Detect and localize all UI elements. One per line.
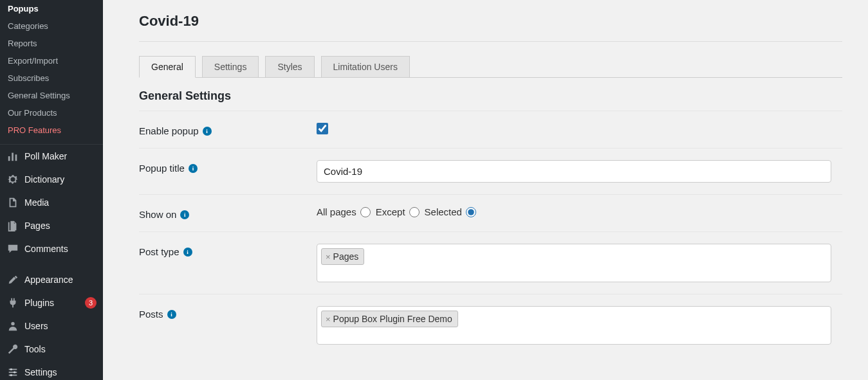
section-title: General Settings xyxy=(139,89,842,103)
info-icon[interactable]: i xyxy=(203,127,212,136)
field-control: × Pages xyxy=(317,244,842,282)
svg-rect-2 xyxy=(15,154,17,161)
field-popup-title: Popup title i xyxy=(139,149,842,194)
settings-tabs: General Settings Styles Limitation Users xyxy=(139,56,842,78)
menu-item-comments[interactable]: Comments xyxy=(0,237,103,260)
submenu-item-categories[interactable]: Categories xyxy=(0,17,103,35)
field-posts: Posts i × Popup Box Plugin Free Demo xyxy=(139,294,842,356)
field-label: Show on i xyxy=(139,206,317,220)
post-type-select[interactable]: × Pages xyxy=(317,244,831,282)
appearance-icon xyxy=(6,273,19,286)
title-divider xyxy=(139,41,842,42)
menu-item-dictionary[interactable]: Dictionary xyxy=(0,168,103,191)
submenu-label: Our Products xyxy=(8,108,57,118)
tab-settings[interactable]: Settings xyxy=(202,56,259,78)
menu-item-poll-maker[interactable]: Poll Maker xyxy=(0,145,103,168)
field-control: × Popup Box Plugin Free Demo xyxy=(317,306,842,345)
field-label: Enable popup i xyxy=(139,123,317,136)
menu-label: Settings xyxy=(24,367,97,377)
tag-remove-icon[interactable]: × xyxy=(324,252,332,262)
menu-item-settings[interactable]: Settings xyxy=(0,361,103,380)
plugins-icon xyxy=(6,296,19,309)
menu-label: Media xyxy=(24,197,97,208)
tab-styles[interactable]: Styles xyxy=(265,56,314,78)
field-label: Post type i xyxy=(139,244,317,257)
menu-item-tools[interactable]: Tools xyxy=(0,338,103,361)
field-label: Posts i xyxy=(139,306,317,320)
svg-rect-1 xyxy=(12,153,14,161)
gear-icon xyxy=(6,173,19,186)
tab-label: Limitation Users xyxy=(333,62,398,72)
menu-label: Plugins xyxy=(24,298,78,308)
poll-icon xyxy=(6,150,19,163)
menu-item-pages[interactable]: Pages xyxy=(0,214,103,237)
submenu-item-subscribes[interactable]: Subscribes xyxy=(0,69,103,87)
settings-icon xyxy=(6,366,19,379)
plugin-submenu: Popups Categories Reports Export/Import … xyxy=(0,0,103,144)
info-icon[interactable]: i xyxy=(189,164,198,173)
submenu-label: Categories xyxy=(8,21,48,31)
info-icon[interactable]: i xyxy=(183,248,192,257)
info-icon[interactable]: i xyxy=(167,310,176,319)
media-icon xyxy=(6,196,19,209)
tag-label: Popup Box Plugin Free Demo xyxy=(333,314,452,324)
field-control xyxy=(317,123,842,134)
radio-except[interactable] xyxy=(409,207,420,217)
submenu-item-our-products[interactable]: Our Products xyxy=(0,104,103,122)
menu-item-users[interactable]: Users xyxy=(0,314,103,338)
tab-general[interactable]: General xyxy=(139,56,196,78)
submenu-label: Subscribes xyxy=(8,73,49,83)
radio-all-pages-option[interactable]: All pages xyxy=(317,206,371,217)
tag-post: × Popup Box Plugin Free Demo xyxy=(321,311,458,327)
admin-main-menu: Poll Maker Dictionary Media Pages Commen… xyxy=(0,144,103,380)
submenu-item-export-import[interactable]: Export/Import xyxy=(0,52,103,69)
field-show-on: Show on i All pages Except Selected xyxy=(139,195,842,231)
submenu-label: Export/Import xyxy=(8,56,58,66)
posts-select[interactable]: × Popup Box Plugin Free Demo xyxy=(317,306,831,345)
submenu-label: Popups xyxy=(8,4,39,14)
tab-label: General xyxy=(151,62,183,72)
menu-label: Tools xyxy=(24,344,97,354)
svg-point-9 xyxy=(10,374,13,377)
radio-label: Selected xyxy=(425,206,462,217)
radio-selected[interactable] xyxy=(466,207,476,217)
field-post-type: Post type i × Pages xyxy=(139,232,842,294)
users-icon xyxy=(6,320,19,332)
label-text: Posts xyxy=(139,309,163,320)
tag-pages: × Pages xyxy=(321,248,364,265)
menu-label: Comments xyxy=(24,244,97,254)
submenu-item-pro-features[interactable]: PRO Features xyxy=(0,122,103,139)
page-title: Covid-19 xyxy=(139,13,842,30)
submenu-item-general-settings[interactable]: General Settings xyxy=(0,87,103,104)
info-icon[interactable]: i xyxy=(180,210,189,219)
radio-all-pages[interactable] xyxy=(360,207,371,217)
enable-popup-checkbox[interactable] xyxy=(317,123,328,134)
tag-remove-icon[interactable]: × xyxy=(324,314,332,324)
tools-icon xyxy=(6,343,19,356)
tab-limitation-users[interactable]: Limitation Users xyxy=(321,56,410,78)
submenu-label: Reports xyxy=(8,39,37,48)
submenu-item-reports[interactable]: Reports xyxy=(0,35,103,52)
menu-label: Appearance xyxy=(24,275,97,285)
menu-label: Users xyxy=(24,321,97,331)
label-text: Enable popup xyxy=(139,125,199,136)
content-area: Covid-19 General Settings Styles Limitat… xyxy=(103,0,868,380)
plugins-update-badge: 3 xyxy=(85,297,97,309)
tab-label: Settings xyxy=(214,62,247,72)
menu-item-media[interactable]: Media xyxy=(0,191,103,214)
radio-label: Except xyxy=(376,206,405,217)
popup-title-input[interactable] xyxy=(317,160,831,183)
field-control xyxy=(317,160,842,183)
radio-except-option[interactable]: Except xyxy=(376,206,420,217)
comments-icon xyxy=(6,242,19,255)
menu-separator xyxy=(0,260,103,268)
menu-item-plugins[interactable]: Plugins 3 xyxy=(0,291,103,314)
label-text: Popup title xyxy=(139,163,185,174)
radio-selected-option[interactable]: Selected xyxy=(425,206,476,217)
field-enable-popup: Enable popup i xyxy=(139,111,842,148)
svg-point-8 xyxy=(14,371,16,374)
menu-label: Dictionary xyxy=(24,174,97,185)
menu-label: Poll Maker xyxy=(24,151,97,161)
submenu-item-popups[interactable]: Popups xyxy=(0,0,103,17)
menu-item-appearance[interactable]: Appearance xyxy=(0,268,103,291)
